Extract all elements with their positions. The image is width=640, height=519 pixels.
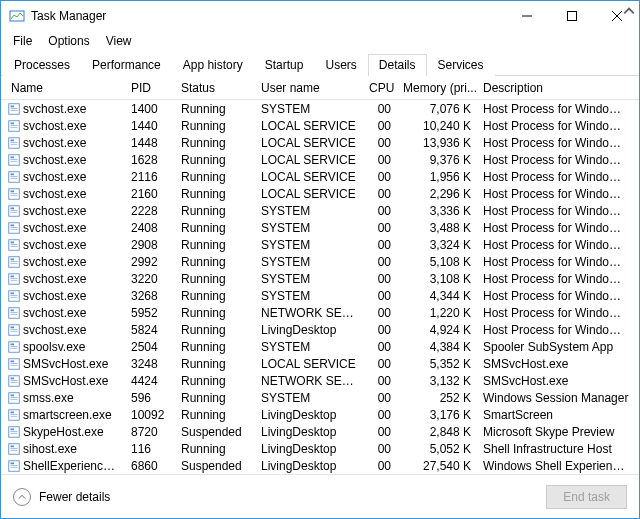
tab-startup[interactable]: Startup: [254, 54, 315, 76]
svg-rect-38: [11, 241, 15, 243]
table-row[interactable]: svchost.exe1628RunningLOCAL SERVICE009,3…: [1, 151, 639, 168]
svg-rect-51: [11, 295, 18, 296]
cell-status: Running: [175, 442, 255, 456]
process-name: svchost.exe: [23, 170, 86, 184]
maximize-button[interactable]: [549, 1, 594, 30]
table-row[interactable]: SMSvcHost.exe3248RunningLOCAL SERVICE005…: [1, 355, 639, 372]
svg-rect-50: [11, 292, 15, 294]
cell-status: Running: [175, 374, 255, 388]
table-row[interactable]: svchost.exe1440RunningLOCAL SERVICE0010,…: [1, 117, 639, 134]
cell-memory: 2,296 K: [397, 187, 477, 201]
table-row[interactable]: ShellExperienceHost…6860SuspendedLivingD…: [1, 457, 639, 474]
header-status[interactable]: Status: [175, 77, 255, 99]
header-user[interactable]: User name: [255, 77, 363, 99]
cell-user: LivingDesktop: [255, 459, 363, 473]
svg-rect-86: [11, 445, 15, 447]
table-row[interactable]: svchost.exe3220RunningSYSTEM003,108 KHos…: [1, 270, 639, 287]
process-name: smartscreen.exe: [23, 408, 112, 422]
svg-rect-70: [11, 377, 15, 379]
table-row[interactable]: svchost.exe2228RunningSYSTEM003,336 KHos…: [1, 202, 639, 219]
cell-memory: 3,488 K: [397, 221, 477, 235]
table-row[interactable]: svchost.exe1448RunningLOCAL SERVICE0013,…: [1, 134, 639, 151]
menu-options[interactable]: Options: [40, 32, 97, 50]
svg-rect-31: [11, 210, 18, 211]
cell-pid: 2908: [125, 238, 175, 252]
cell-description: Host Process for Windows Serv: [477, 153, 635, 167]
process-name: svchost.exe: [23, 289, 86, 303]
cell-memory: 2,848 K: [397, 425, 477, 439]
table-row[interactable]: svchost.exe5952RunningNETWORK SERVICE001…: [1, 304, 639, 321]
exe-icon: [7, 391, 21, 405]
cell-pid: 3220: [125, 272, 175, 286]
tab-users[interactable]: Users: [314, 54, 367, 76]
tab-details[interactable]: Details: [368, 54, 427, 76]
cell-pid: 2228: [125, 204, 175, 218]
minimize-button[interactable]: [504, 1, 549, 30]
header-memory[interactable]: Memory (pri...: [397, 77, 477, 99]
cell-description: Host Process for Windows Serv: [477, 272, 635, 286]
cell-memory: 4,924 K: [397, 323, 477, 337]
table-row[interactable]: svchost.exe2992RunningSYSTEM005,108 KHos…: [1, 253, 639, 270]
cell-cpu: 00: [363, 442, 397, 456]
process-name: SkypeHost.exe: [23, 425, 104, 439]
exe-icon: [7, 238, 21, 252]
svg-rect-28: [11, 194, 18, 195]
svg-rect-55: [11, 312, 18, 313]
table-row[interactable]: svchost.exe2408RunningSYSTEM003,488 KHos…: [1, 219, 639, 236]
header-pid[interactable]: PID: [125, 77, 175, 99]
svg-rect-58: [11, 326, 15, 328]
table-row[interactable]: SMSvcHost.exe4424RunningNETWORK SERVICE0…: [1, 372, 639, 389]
cell-description: Host Process for Windows Serv: [477, 323, 635, 337]
table-row[interactable]: svchost.exe3268RunningSYSTEM004,344 KHos…: [1, 287, 639, 304]
cell-name: svchost.exe: [5, 255, 125, 269]
cell-status: Suspended: [175, 459, 255, 473]
tab-processes[interactable]: Processes: [3, 54, 81, 76]
svg-rect-46: [11, 275, 15, 277]
header-cpu[interactable]: CPU: [363, 77, 397, 99]
menu-file[interactable]: File: [5, 32, 40, 50]
scroll-up-icon[interactable]: [623, 5, 635, 17]
table-row[interactable]: sihost.exe116RunningLivingDesktop005,052…: [1, 440, 639, 457]
menu-view[interactable]: View: [98, 32, 140, 50]
cell-status: Running: [175, 272, 255, 286]
cell-user: SYSTEM: [255, 255, 363, 269]
cell-description: Microsoft Skype Preview: [477, 425, 635, 439]
table-row[interactable]: svchost.exe5824RunningLivingDesktop004,9…: [1, 321, 639, 338]
table-row[interactable]: svchost.exe1400RunningSYSTEM007,076 KHos…: [1, 100, 639, 117]
table-row[interactable]: SkypeHost.exe8720SuspendedLivingDesktop0…: [1, 423, 639, 440]
cell-memory: 1,220 K: [397, 306, 477, 320]
end-task-button[interactable]: End task: [546, 485, 627, 509]
svg-rect-90: [11, 462, 15, 464]
header-description[interactable]: Description: [477, 77, 635, 99]
cell-pid: 5952: [125, 306, 175, 320]
process-name: ShellExperienceHost…: [23, 459, 119, 473]
cell-cpu: 00: [363, 221, 397, 235]
table-row[interactable]: svchost.exe2160RunningLOCAL SERVICE002,2…: [1, 185, 639, 202]
cell-pid: 3248: [125, 357, 175, 371]
svg-rect-2: [567, 11, 576, 20]
cell-cpu: 00: [363, 459, 397, 473]
cell-name: svchost.exe: [5, 289, 125, 303]
fewer-details-button[interactable]: Fewer details: [13, 488, 110, 506]
header-name[interactable]: Name: [5, 77, 125, 99]
cell-cpu: 00: [363, 187, 397, 201]
table-row[interactable]: svchost.exe2116RunningLOCAL SERVICE001,9…: [1, 168, 639, 185]
cell-memory: 3,324 K: [397, 238, 477, 252]
cell-user: SYSTEM: [255, 340, 363, 354]
cell-pid: 10092: [125, 408, 175, 422]
tab-performance[interactable]: Performance: [81, 54, 172, 76]
cell-memory: 4,384 K: [397, 340, 477, 354]
svg-rect-79: [11, 414, 18, 415]
table-row[interactable]: spoolsv.exe2504RunningSYSTEM004,384 KSpo…: [1, 338, 639, 355]
cell-status: Running: [175, 136, 255, 150]
table-row[interactable]: smartscreen.exe10092RunningLivingDesktop…: [1, 406, 639, 423]
process-name: svchost.exe: [23, 187, 86, 201]
cell-pid: 1448: [125, 136, 175, 150]
table-row[interactable]: smss.exe596RunningSYSTEM00252 KWindows S…: [1, 389, 639, 406]
tab-app-history[interactable]: App history: [172, 54, 254, 76]
tab-services[interactable]: Services: [427, 54, 495, 76]
cell-memory: 1,956 K: [397, 170, 477, 184]
svg-rect-92: [11, 466, 18, 467]
table-row[interactable]: svchost.exe2908RunningSYSTEM003,324 KHos…: [1, 236, 639, 253]
fewer-details-label: Fewer details: [39, 490, 110, 504]
